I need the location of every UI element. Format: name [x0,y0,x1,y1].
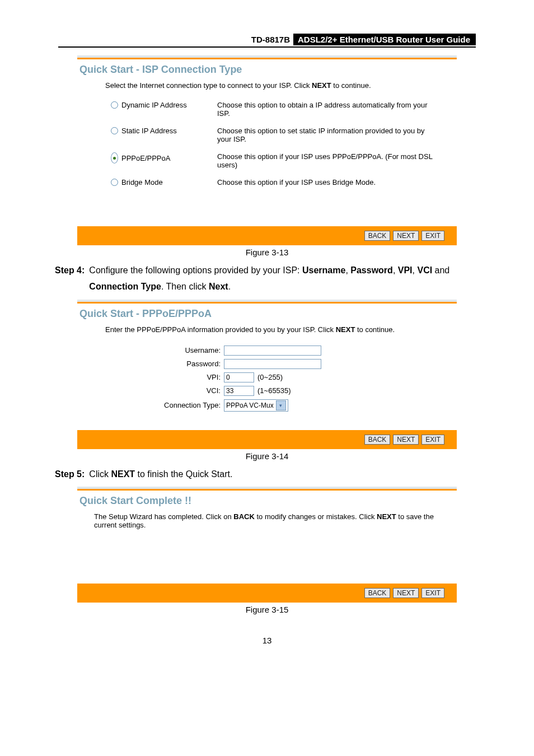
option-bridge[interactable]: Bridge Mode Choose this option if your I… [111,174,434,191]
k: VPI [398,265,413,275]
next-button[interactable]: NEXT [393,231,419,241]
k: BACK [233,512,255,521]
radio-icon[interactable] [111,152,118,164]
card-complete: Quick Start Complete !! The Setup Wizard… [77,487,457,603]
option-label: Static IP Address [121,127,177,135]
back-button[interactable]: BACK [364,588,391,598]
option-dynamic-ip[interactable]: Dynamic IP Address Choose this option to… [111,96,434,122]
button-bar: BACK NEXT EXIT [77,226,457,245]
step-body: Click NEXT to finish the Quick Start. [85,466,232,483]
radio-icon[interactable] [111,127,118,134]
figure-caption: Figure 3-15 [55,603,479,619]
page-number: 13 [55,619,479,645]
label-password: Password: [77,360,224,368]
card-intro: Select the Internet connection type to c… [77,81,457,96]
k: Password [350,265,393,275]
k: VCI [417,265,432,275]
k: Next [209,282,228,291]
figure-caption: Figure 3-14 [55,449,479,465]
t: , [393,265,398,275]
option-label: Bridge Mode [121,178,163,186]
k: NEXT [377,512,396,521]
intro-text-b: NEXT [336,325,355,334]
vci-input[interactable] [224,386,254,396]
label-vci: VCI: [77,386,224,395]
option-desc: Choose this option if your ISP uses Brid… [217,178,434,186]
card-pppoe: Quick Start - PPPoE/PPPoA Enter the PPPo… [77,300,457,449]
intro-text-a: Select the Internet connection type to c… [105,81,312,90]
isp-options: Dynamic IP Address Choose this option to… [77,96,457,195]
card-intro: The Setup Wizard has completed. Click on… [77,512,457,536]
k: Username [302,265,345,275]
doc-title: ADSL2/2+ Ethernet/USB Router User Guide [293,34,476,45]
label-username: Username: [77,346,224,354]
intro-text-b: NEXT [312,81,331,90]
exit-button[interactable]: EXIT [421,435,444,445]
vpi-input[interactable] [224,372,254,382]
intro-text-a: Enter the PPPoE/PPPoA information provid… [105,325,336,334]
chevron-down-icon: ▾ [276,400,286,410]
card-title: Quick Start Complete !! [77,491,457,512]
step-5: Step 5: Click NEXT to finish the Quick S… [55,465,479,487]
device-model: TD-8817B [247,34,293,45]
password-input[interactable] [224,359,321,369]
t: The Setup Wizard has completed. Click on [94,512,233,521]
radio-icon[interactable] [111,101,118,109]
step-body: Configure the following options provided… [85,263,479,295]
step-label: Step 5: [55,466,85,483]
hint-vci: (1~65535) [254,386,291,395]
card-isp-type: Quick Start - ISP Connection Type Select… [77,55,457,245]
t: Configure the following options provided… [89,265,302,275]
k: Connection Type [89,282,161,291]
doc-header: TD-8817BADSL2/2+ Ethernet/USB Router Use… [58,34,476,48]
connection-type-select[interactable]: PPPoA VC-Mux ▾ [224,399,288,412]
t: to modify changes or mistakes. Click [255,512,377,521]
step-4: Step 4: Configure the following options … [55,262,479,300]
card-title: Quick Start - ISP Connection Type [77,59,457,81]
pppoe-form: Username: Password: VPI: (0~255) VCI: (1… [77,340,457,413]
option-desc: Choose this option if your ISP uses PPPo… [217,152,434,169]
back-button[interactable]: BACK [364,435,391,445]
option-label: PPPoE/PPPoA [121,154,170,162]
option-static-ip[interactable]: Static IP Address Choose this option to … [111,122,434,148]
option-desc: Choose this option to obtain a IP addres… [217,101,434,118]
step-label: Step 4: [55,263,85,295]
radio-icon[interactable] [111,179,118,186]
next-button[interactable]: NEXT [393,435,419,445]
figure-caption: Figure 3-13 [55,245,479,262]
t: . [228,282,231,291]
t: and [432,265,449,275]
hint-vpi: (0~255) [254,373,283,381]
t: , [345,265,350,275]
username-input[interactable] [224,346,321,356]
option-label: Dynamic IP Address [121,101,187,109]
exit-button[interactable]: EXIT [421,231,444,241]
button-bar: BACK NEXT EXIT [77,584,457,603]
option-desc: Choose this option to set static IP info… [217,127,434,143]
exit-button[interactable]: EXIT [421,588,444,598]
label-connection-type: Connection Type: [77,401,224,409]
back-button[interactable]: BACK [364,231,391,241]
next-button[interactable]: NEXT [393,588,419,598]
k: NEXT [111,469,135,479]
card-title: Quick Start - PPPoE/PPPoA [77,304,457,325]
t: Click [89,469,111,479]
button-bar: BACK NEXT EXIT [77,430,457,449]
intro-text-c: to continue. [331,81,371,90]
t: to finish the Quick Start. [135,469,232,479]
card-intro: Enter the PPPoE/PPPoA information provid… [77,325,457,340]
t: . Then click [161,282,209,291]
intro-text-c: to continue. [355,325,395,334]
select-value: PPPoA VC-Mux [226,402,274,409]
option-pppoe[interactable]: PPPoE/PPPoA Choose this option if your I… [111,148,434,174]
label-vpi: VPI: [77,373,224,381]
